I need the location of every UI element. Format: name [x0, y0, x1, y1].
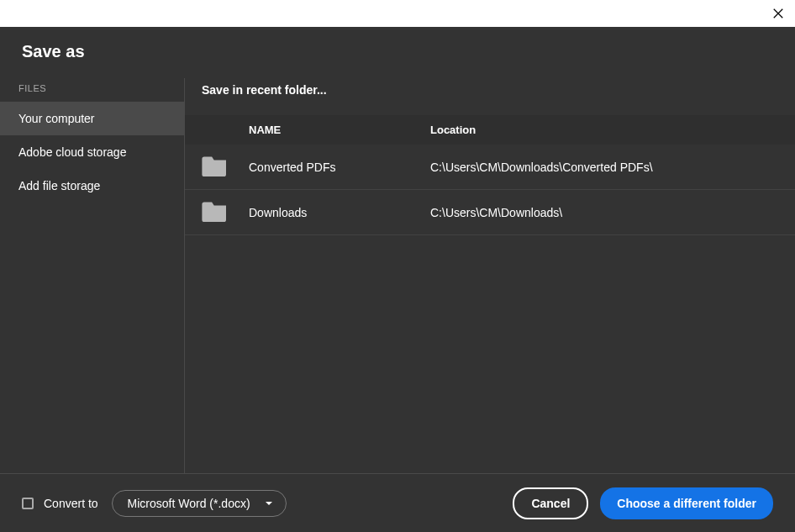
folder-location: C:\Users\CM\Downloads\Converted PDFs\ — [430, 161, 778, 174]
dialog-footer: Convert to Microsoft Word (*.docx) Cance… — [0, 473, 795, 532]
convert-to-label: Convert to — [44, 497, 98, 510]
cancel-button[interactable]: Cancel — [513, 487, 588, 519]
footer-right: Cancel Choose a different folder — [513, 487, 773, 519]
sidebar-item-label: Adobe cloud storage — [18, 145, 126, 159]
table-header-icon-col — [202, 124, 249, 136]
main-panel: Save in recent folder... NAME Location C… — [185, 78, 795, 473]
format-selected: Microsoft Word (*.docx) — [128, 497, 250, 510]
sidebar-section-label: FILES — [0, 78, 184, 102]
sidebar: FILES Your computer Adobe cloud storage … — [0, 78, 185, 473]
recent-folder-heading: Save in recent folder... — [185, 78, 795, 115]
folder-row[interactable]: Converted PDFs C:\Users\CM\Downloads\Con… — [185, 145, 795, 190]
folder-icon-cell — [202, 155, 249, 179]
dialog-title: Save as — [22, 42, 773, 61]
folder-icon — [202, 155, 229, 176]
close-button[interactable] — [770, 5, 787, 22]
folder-icon-cell — [202, 200, 249, 224]
folder-name: Downloads — [249, 206, 430, 219]
dialog-header: Save as — [0, 27, 795, 78]
sidebar-item-cloud-storage[interactable]: Adobe cloud storage — [0, 135, 184, 169]
folder-icon — [202, 200, 229, 222]
sidebar-item-label: Your computer — [18, 112, 95, 125]
sidebar-item-your-computer[interactable]: Your computer — [0, 102, 184, 135]
chevron-down-icon — [264, 498, 274, 508]
sidebar-item-label: Add file storage — [18, 179, 100, 192]
close-icon — [772, 8, 784, 19]
table-header-name: NAME — [249, 124, 430, 136]
table-header: NAME Location — [185, 115, 795, 145]
format-dropdown[interactable]: Microsoft Word (*.docx) — [112, 490, 287, 517]
folder-row[interactable]: Downloads C:\Users\CM\Downloads\ — [185, 190, 795, 235]
save-as-dialog: Save as FILES Your computer Adobe cloud … — [0, 27, 795, 532]
footer-left: Convert to Microsoft Word (*.docx) — [22, 490, 287, 517]
dialog-body: FILES Your computer Adobe cloud storage … — [0, 78, 795, 473]
sidebar-item-add-storage[interactable]: Add file storage — [0, 169, 184, 203]
folder-name: Converted PDFs — [249, 161, 430, 174]
convert-to-checkbox[interactable]: Convert to — [22, 497, 98, 510]
checkbox-box — [22, 498, 34, 509]
table-header-location: Location — [430, 124, 778, 136]
window-topbar — [0, 0, 795, 27]
folder-location: C:\Users\CM\Downloads\ — [430, 206, 778, 219]
choose-folder-button[interactable]: Choose a different folder — [600, 487, 773, 519]
